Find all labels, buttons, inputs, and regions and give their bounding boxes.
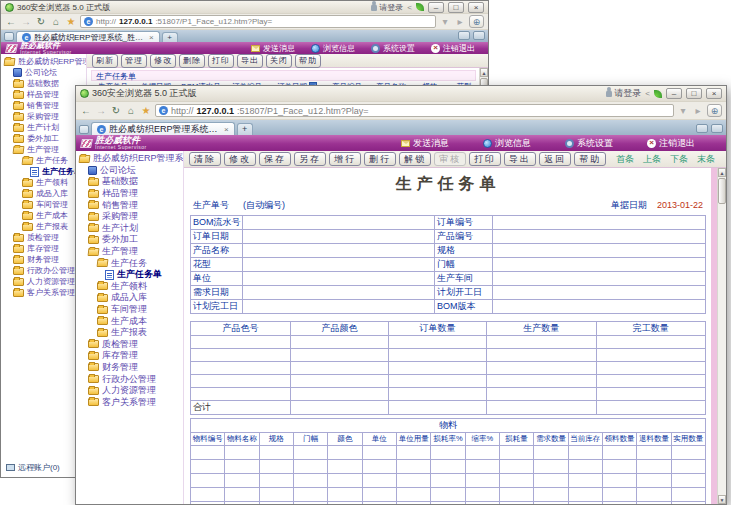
nav-tree-item[interactable]: 生产成本 <box>1 210 86 221</box>
cell[interactable] <box>293 502 327 505</box>
minimize-button[interactable]: – <box>666 88 682 99</box>
cell[interactable] <box>191 488 225 502</box>
cell[interactable] <box>225 502 259 505</box>
field-input[interactable] <box>243 230 435 244</box>
cell[interactable] <box>362 460 396 474</box>
go-icon[interactable]: ▸ <box>692 105 704 117</box>
nav-tree-item[interactable]: 行政办公管理 <box>76 373 183 385</box>
tab-menu-icon[interactable] <box>711 124 723 133</box>
cell[interactable] <box>389 362 487 375</box>
cell[interactable] <box>191 336 291 349</box>
cell[interactable] <box>499 488 533 502</box>
close-button[interactable]: × <box>468 2 484 13</box>
cell[interactable] <box>499 460 533 474</box>
nav-tree-item[interactable]: 委外加工 <box>1 133 86 144</box>
cell[interactable] <box>465 446 499 460</box>
cell[interactable] <box>431 502 465 505</box>
cell[interactable] <box>259 488 293 502</box>
nav-tree-item[interactable]: 人力资源管理 <box>1 276 86 287</box>
cell[interactable] <box>596 336 706 349</box>
energy-leaf-icon[interactable] <box>654 90 662 98</box>
cell[interactable] <box>362 474 396 488</box>
new-tab-button[interactable]: + <box>162 32 178 42</box>
cell[interactable] <box>328 474 362 488</box>
appbar-link[interactable]: 浏览信息 <box>311 43 355 54</box>
cell[interactable] <box>389 388 487 401</box>
url-field[interactable]: http:// 127.0.0.1 :51807/P1_Face_u12.htm… <box>80 15 436 28</box>
appbar-link[interactable]: 注销退出 <box>647 137 695 150</box>
cell[interactable] <box>291 349 389 362</box>
favorites-star-icon[interactable]: ★ <box>140 105 152 117</box>
nav-tree-item[interactable]: 生产任务 <box>76 257 183 269</box>
toolbar-button[interactable]: 另存 <box>294 152 326 166</box>
fg-window-titlebar[interactable]: 360安全浏览器 5.0 正式版 请登录 < – □ × <box>76 86 726 102</box>
toolbar-button[interactable]: 打印 <box>469 152 501 166</box>
toolbar-button[interactable]: 关闭 <box>266 54 292 68</box>
security-shield-icon[interactable]: ⊕ <box>707 104 722 117</box>
cell[interactable] <box>362 488 396 502</box>
nav-tree-item[interactable]: 成品入库 <box>76 292 183 304</box>
field-input[interactable] <box>243 216 435 230</box>
cell[interactable] <box>328 488 362 502</box>
cell[interactable] <box>487 349 597 362</box>
cell[interactable] <box>671 446 705 460</box>
cell[interactable] <box>291 336 389 349</box>
cell[interactable] <box>225 488 259 502</box>
cell[interactable] <box>362 446 396 460</box>
nav-tree-item[interactable]: 胜必威纺织ERP管理系统 <box>76 153 183 165</box>
record-nav-link[interactable]: 首条 <box>616 153 634 166</box>
field-input[interactable] <box>493 230 706 244</box>
cell[interactable] <box>602 460 636 474</box>
cell[interactable] <box>259 502 293 505</box>
tab-list-icon[interactable] <box>4 32 14 41</box>
cell[interactable] <box>534 460 568 474</box>
cell[interactable] <box>465 474 499 488</box>
nav-tree-item[interactable]: 生产计划 <box>76 223 183 235</box>
tab-close-icon[interactable]: × <box>149 33 154 42</box>
cell[interactable] <box>487 388 597 401</box>
nav-tree-item[interactable]: 生产任务 <box>1 155 86 166</box>
nav-tree-item[interactable]: 车间管理 <box>1 199 86 210</box>
forward-icon[interactable]: → <box>95 105 107 117</box>
scrollbar-thumb[interactable] <box>718 178 726 204</box>
toolbar-button[interactable]: 清除 <box>189 152 221 166</box>
maximize-button[interactable]: □ <box>448 2 464 13</box>
nav-tree-item[interactable]: 采购管理 <box>1 111 86 122</box>
cell[interactable] <box>191 362 291 375</box>
cell[interactable] <box>637 474 671 488</box>
remote-accounts-footer[interactable]: 远程账户(0) <box>6 462 60 473</box>
toolbar-button[interactable]: 修改 <box>224 152 256 166</box>
cell[interactable] <box>637 502 671 505</box>
url-dropdown-icon[interactable]: ▾ <box>677 105 689 117</box>
cell[interactable] <box>431 488 465 502</box>
browser-tab[interactable]: 胜必威纺织ERP管理系统_胜必威管... × <box>16 31 160 42</box>
nav-tree-item[interactable]: 生产管理 <box>76 246 183 258</box>
nav-tree-item[interactable]: 生产成本 <box>76 315 183 327</box>
nav-tree-item[interactable]: 成品入库 <box>1 188 86 199</box>
energy-leaf-icon[interactable] <box>416 3 424 11</box>
cell[interactable] <box>291 375 389 388</box>
nav-tree-item[interactable]: 客户关系管理 <box>76 396 183 408</box>
home-icon[interactable]: ⌂ <box>50 16 62 28</box>
cell[interactable] <box>293 474 327 488</box>
nav-tree-item[interactable]: 库存管理 <box>76 350 183 362</box>
cell[interactable] <box>431 446 465 460</box>
cell[interactable] <box>389 336 487 349</box>
back-icon[interactable]: ← <box>80 105 92 117</box>
nav-tree-item[interactable]: 财务管理 <box>1 254 86 265</box>
field-input[interactable] <box>493 216 706 230</box>
cell[interactable] <box>291 388 389 401</box>
nav-tree-item[interactable]: 销售管理 <box>1 100 86 111</box>
cell[interactable] <box>568 502 602 505</box>
cell[interactable] <box>293 460 327 474</box>
cell[interactable] <box>328 446 362 460</box>
nav-tree-item[interactable]: 生产领料 <box>76 281 183 293</box>
cell[interactable] <box>568 488 602 502</box>
cell[interactable] <box>328 502 362 505</box>
url-dropdown-icon[interactable]: ▾ <box>439 16 451 28</box>
nav-tree-item[interactable]: 生产任务单 <box>1 166 86 177</box>
cell[interactable] <box>191 446 225 460</box>
cell[interactable] <box>602 474 636 488</box>
nav-tree-item[interactable]: 胜必威纺织ERP管理系统 <box>1 56 86 67</box>
field-input[interactable] <box>493 286 706 300</box>
